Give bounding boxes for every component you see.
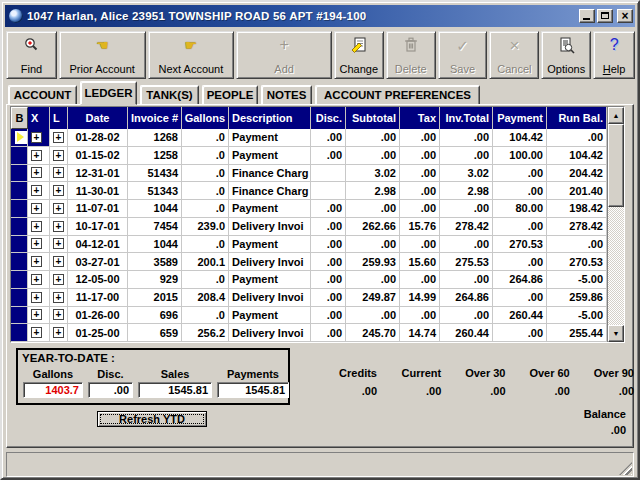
- help-button[interactable]: ?Help: [593, 31, 635, 79]
- column-header-gallons[interactable]: Gallons: [182, 107, 229, 129]
- expand-x-cell[interactable]: [28, 236, 50, 254]
- expand-plus-icon[interactable]: [53, 185, 64, 196]
- tax-cell[interactable]: .00: [400, 307, 440, 325]
- tab-tank-s-[interactable]: TANK(S): [140, 85, 199, 105]
- payment-cell[interactable]: .00: [493, 182, 547, 200]
- expand-plus-icon[interactable]: [53, 309, 64, 320]
- table-row[interactable]: 12-31-0151434.0Finance Charg3.02.003.02.…: [11, 165, 607, 183]
- resize-grip-icon[interactable]: [619, 462, 632, 475]
- disc-cell[interactable]: .00: [311, 147, 346, 165]
- date-cell[interactable]: 01-25-00: [68, 324, 128, 342]
- run-bal-cell[interactable]: 198.42: [547, 200, 607, 218]
- gallons-cell[interactable]: .0: [182, 200, 229, 218]
- expand-l-cell[interactable]: [50, 236, 68, 254]
- disc-cell[interactable]: .00: [311, 253, 346, 271]
- inv-total-cell[interactable]: .00: [440, 200, 493, 218]
- subtotal-cell[interactable]: 2.98: [346, 182, 400, 200]
- next-account-button[interactable]: ☛Next Account: [148, 31, 235, 79]
- invoice-cell[interactable]: 1044: [128, 200, 182, 218]
- disc-cell[interactable]: .00: [311, 271, 346, 289]
- expand-x-cell[interactable]: [28, 271, 50, 289]
- table-row[interactable]: 01-15-021258.0Payment.00.00.00.00100.001…: [11, 147, 607, 165]
- tax-cell[interactable]: 14.99: [400, 289, 440, 307]
- bookmark-cell[interactable]: [11, 307, 28, 325]
- column-header-x[interactable]: X: [28, 107, 50, 129]
- disc-cell[interactable]: [311, 165, 346, 183]
- expand-x-cell[interactable]: [28, 253, 50, 271]
- description-cell[interactable]: Payment: [229, 200, 311, 218]
- inv-total-cell[interactable]: 3.02: [440, 165, 493, 183]
- invoice-cell[interactable]: 1268: [128, 129, 182, 147]
- table-row[interactable]: 01-28-021268.0Payment.00.00.00.00104.42.…: [11, 129, 607, 147]
- expand-l-cell[interactable]: [50, 200, 68, 218]
- disc-cell[interactable]: [311, 182, 346, 200]
- expand-x-cell[interactable]: [28, 289, 50, 307]
- expand-plus-icon[interactable]: [53, 221, 64, 232]
- invoice-cell[interactable]: 2015: [128, 289, 182, 307]
- subtotal-cell[interactable]: .00: [346, 147, 400, 165]
- bookmark-cell[interactable]: [11, 271, 28, 289]
- payment-cell[interactable]: .00: [493, 218, 547, 236]
- date-cell[interactable]: 10-17-01: [68, 218, 128, 236]
- expand-l-cell[interactable]: [50, 147, 68, 165]
- inv-total-cell[interactable]: 260.44: [440, 324, 493, 342]
- expand-l-cell[interactable]: [50, 182, 68, 200]
- expand-x-cell[interactable]: [28, 165, 50, 183]
- invoice-cell[interactable]: 1258: [128, 147, 182, 165]
- inv-total-cell[interactable]: .00: [440, 147, 493, 165]
- payment-cell[interactable]: .00: [493, 165, 547, 183]
- expand-l-cell[interactable]: [50, 271, 68, 289]
- expand-plus-icon[interactable]: [31, 203, 42, 214]
- invoice-cell[interactable]: 51343: [128, 182, 182, 200]
- expand-plus-icon[interactable]: [31, 167, 42, 178]
- table-row[interactable]: 01-25-00659256.2Delivery Invoi.00245.701…: [11, 324, 607, 342]
- tab-account-preferences[interactable]: ACCOUNT PREFERENCES: [315, 85, 480, 105]
- inv-total-cell[interactable]: 275.53: [440, 253, 493, 271]
- expand-plus-icon[interactable]: [31, 132, 42, 143]
- run-bal-cell[interactable]: .00: [547, 129, 607, 147]
- disc-cell[interactable]: .00: [311, 324, 346, 342]
- description-cell[interactable]: Payment: [229, 271, 311, 289]
- expand-l-cell[interactable]: [50, 218, 68, 236]
- expand-plus-icon[interactable]: [53, 327, 64, 338]
- change-button[interactable]: Change: [334, 31, 384, 79]
- table-row[interactable]: 10-17-017454239.0Delivery Invoi.00262.66…: [11, 218, 607, 236]
- expand-x-cell[interactable]: [28, 200, 50, 218]
- column-header-b[interactable]: B: [11, 107, 28, 129]
- invoice-cell[interactable]: 3589: [128, 253, 182, 271]
- column-header-description[interactable]: Description: [229, 107, 311, 129]
- disc-cell[interactable]: .00: [311, 200, 346, 218]
- run-bal-cell[interactable]: 255.44: [547, 324, 607, 342]
- expand-l-cell[interactable]: [50, 289, 68, 307]
- expand-l-cell[interactable]: [50, 324, 68, 342]
- bookmark-cell[interactable]: [11, 165, 28, 183]
- expand-plus-icon[interactable]: [53, 167, 64, 178]
- description-cell[interactable]: Delivery Invoi: [229, 289, 311, 307]
- bookmark-cell[interactable]: [11, 236, 28, 254]
- scrollbar-thumb[interactable]: [608, 124, 624, 207]
- scroll-up-button[interactable]: ▲: [608, 107, 624, 124]
- disc-cell[interactable]: .00: [311, 218, 346, 236]
- vertical-scrollbar[interactable]: ▲ ▼: [607, 107, 624, 342]
- tax-cell[interactable]: 15.60: [400, 253, 440, 271]
- date-cell[interactable]: 01-15-02: [68, 147, 128, 165]
- subtotal-cell[interactable]: 262.66: [346, 218, 400, 236]
- disc-cell[interactable]: .00: [311, 236, 346, 254]
- run-bal-cell[interactable]: -5.00: [547, 307, 607, 325]
- expand-plus-icon[interactable]: [31, 150, 42, 161]
- table-row[interactable]: 11-07-011044.0Payment.00.00.00.0080.0019…: [11, 200, 607, 218]
- column-header-inv-total[interactable]: Inv.Total: [440, 107, 493, 129]
- expand-plus-icon[interactable]: [53, 292, 64, 303]
- expand-x-cell[interactable]: [28, 129, 50, 147]
- date-cell[interactable]: 12-05-00: [68, 271, 128, 289]
- payment-cell[interactable]: .00: [493, 324, 547, 342]
- column-header-l[interactable]: L: [50, 107, 68, 129]
- bookmark-cell[interactable]: [11, 147, 28, 165]
- column-header-invoice-[interactable]: Invoice #: [128, 107, 182, 129]
- tax-cell[interactable]: .00: [400, 147, 440, 165]
- expand-l-cell[interactable]: [50, 307, 68, 325]
- tax-cell[interactable]: .00: [400, 165, 440, 183]
- bookmark-cell[interactable]: [11, 129, 28, 147]
- inv-total-cell[interactable]: .00: [440, 236, 493, 254]
- bookmark-cell[interactable]: [11, 253, 28, 271]
